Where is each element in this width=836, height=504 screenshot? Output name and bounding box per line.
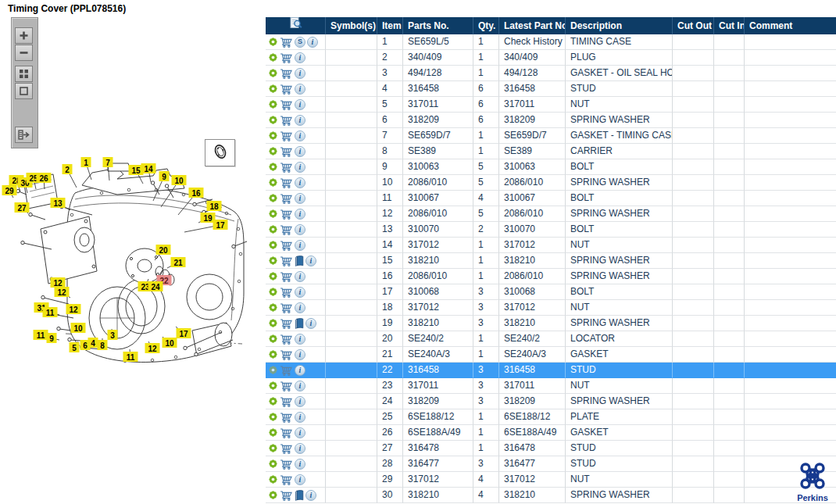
gear-icon[interactable] (268, 318, 278, 328)
book-icon[interactable] (295, 318, 304, 329)
fit-view-button[interactable] (15, 66, 33, 82)
gear-icon[interactable] (268, 459, 278, 469)
table-row[interactable]: i133100702310070BOLT (266, 222, 836, 238)
zoom-in-button[interactable] (15, 27, 33, 44)
table-row[interactable]: i153182101318210SPRING WASHER (266, 253, 836, 269)
callout-11[interactable]: 11 (43, 307, 58, 317)
cart-icon[interactable] (280, 68, 293, 79)
table-row[interactable]: i3494/1281494/128GASKET - OIL SEAL HOUSI… (266, 66, 836, 81)
table-row[interactable]: i93100635310063BOLT (266, 159, 836, 175)
cart-icon[interactable] (280, 412, 293, 423)
col-symbols[interactable]: Symbol(s) (330, 20, 376, 31)
callout-17[interactable]: 17 (177, 328, 191, 338)
gear-icon[interactable] (268, 256, 278, 266)
info-badge[interactable]: i (295, 115, 305, 126)
table-row[interactable]: i7SE659D/71SE659D/7GASKET - TIMING CASE (266, 128, 836, 144)
zoom-window-button[interactable] (15, 83, 33, 99)
col-latest-part-no[interactable]: Latest Part No. (504, 20, 566, 31)
table-row[interactable]: i256SE188/1216SE188/12PLATE (266, 409, 836, 425)
col-parts-no[interactable]: Parts No. (408, 20, 449, 31)
gear-icon[interactable] (268, 130, 278, 141)
info-badge[interactable]: i (295, 84, 305, 95)
callout-21[interactable]: 21 (171, 257, 186, 267)
callout-17[interactable]: 17 (213, 220, 228, 230)
table-row[interactable]: i63182096318209SPRING WASHER (266, 113, 836, 128)
gear-icon[interactable] (268, 162, 278, 172)
cart-icon[interactable] (280, 99, 293, 110)
table-row[interactable]: i122086/01052086/010SPRING WASHER (266, 206, 836, 222)
cart-icon[interactable] (280, 162, 293, 173)
cart-icon[interactable] (280, 381, 293, 391)
col-description[interactable]: Description (570, 20, 622, 31)
book-icon[interactable] (295, 256, 304, 266)
cart-icon[interactable] (280, 490, 293, 501)
table-row[interactable]: i193182103318210SPRING WASHER (266, 316, 836, 331)
callout-18[interactable]: 18 (207, 201, 222, 211)
callout-12[interactable]: 12 (55, 287, 70, 297)
info-badge[interactable]: i (295, 443, 305, 454)
table-row[interactable]: i102086/01052086/010SPRING WASHER (266, 175, 836, 191)
gear-icon[interactable] (268, 271, 278, 281)
info-badge[interactable]: i (295, 240, 305, 251)
callout-16[interactable]: 16 (189, 188, 204, 198)
info-badge[interactable]: i (295, 209, 305, 220)
info-badge[interactable]: i (295, 146, 305, 157)
zoom-out-button[interactable] (15, 45, 33, 61)
callout-12[interactable]: 12 (51, 277, 66, 288)
cart-icon[interactable] (280, 287, 293, 298)
callout-11[interactable]: 11 (34, 330, 48, 340)
col-item[interactable]: Item (382, 20, 402, 31)
superseded-badge[interactable]: S (295, 37, 305, 48)
info-badge[interactable]: i (295, 287, 305, 298)
callout-12[interactable]: 12 (66, 304, 81, 314)
table-row[interactable]: i183170123317012NUT (266, 300, 836, 316)
table-row[interactable]: Si1SE659L/51Check HistoryTIMING CASE (266, 34, 836, 50)
gear-icon[interactable] (268, 287, 278, 297)
callout-3[interactable]: 3 (108, 330, 118, 340)
callout-2[interactable]: 2 (63, 164, 73, 174)
callout-24[interactable]: 24 (148, 281, 163, 291)
gear-icon[interactable] (268, 224, 278, 234)
table-row[interactable]: i53170116317011NUT (266, 97, 836, 113)
col-cut-out[interactable]: Cut Out (677, 20, 712, 31)
gear-icon[interactable] (268, 490, 278, 500)
info-badge[interactable]: i (305, 318, 316, 329)
gear-icon[interactable] (268, 177, 278, 188)
info-badge[interactable]: i (295, 365, 305, 376)
callout-26[interactable]: 26 (37, 173, 52, 183)
table-row[interactable]: i273164781316478STUD (266, 441, 836, 456)
callout-4[interactable]: 4 (88, 338, 98, 348)
col-comment[interactable]: Comment (749, 20, 792, 31)
table-row[interactable]: i266SE188A/4916SE188A/49GASKET (266, 425, 836, 441)
info-badge[interactable]: i (305, 256, 316, 266)
info-badge[interactable]: i (295, 68, 305, 79)
info-badge[interactable]: i (295, 271, 305, 282)
callout-10[interactable]: 10 (172, 175, 187, 185)
info-badge[interactable]: i (295, 381, 305, 391)
table-row[interactable]: i2340/4091340/409PLUG (266, 50, 836, 66)
table-row[interactable]: i20SE240/21SE240/2LOCATOR (266, 331, 836, 347)
info-badge[interactable]: i (307, 37, 318, 48)
info-badge[interactable]: i (295, 474, 305, 485)
info-badge[interactable]: i (295, 99, 305, 110)
info-badge[interactable]: i (295, 396, 305, 407)
table-row[interactable]: i21SE240A/31SE240A/3GASKET (266, 347, 836, 363)
table-row[interactable]: i223164583316458STUD (266, 363, 836, 378)
table-row[interactable]: i8SE3891SE389CARRIER (266, 144, 836, 159)
gear-icon[interactable] (268, 84, 278, 94)
table-row[interactable]: i283164773316477STUD (266, 456, 836, 472)
cart-icon[interactable] (280, 334, 293, 345)
info-badge[interactable]: i (295, 459, 305, 470)
cart-icon[interactable] (280, 443, 293, 454)
info-badge[interactable]: i (305, 490, 316, 501)
cart-icon[interactable] (280, 396, 293, 407)
cart-icon[interactable] (280, 84, 293, 95)
gear-icon[interactable] (268, 381, 278, 391)
gear-icon[interactable] (268, 37, 278, 47)
cart-icon[interactable] (280, 146, 293, 157)
table-row[interactable]: i113100674310067BOLT (266, 191, 836, 206)
cart-icon[interactable] (280, 302, 293, 313)
info-badge[interactable]: i (295, 130, 305, 141)
cart-icon[interactable] (280, 349, 293, 360)
gear-icon[interactable] (268, 302, 278, 313)
